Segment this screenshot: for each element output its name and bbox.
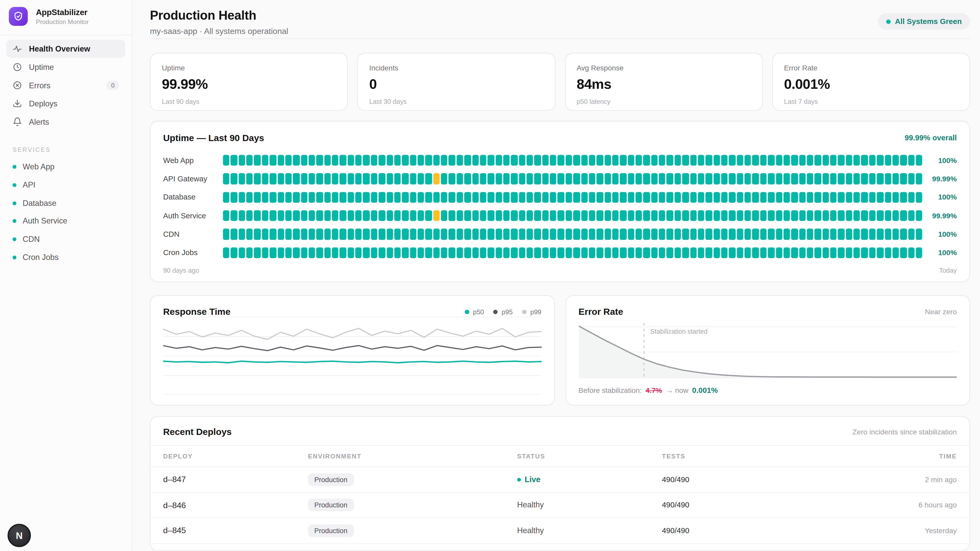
response-time-panel: Response Time p50p95p99 (150, 295, 555, 406)
uptime-day-segment (433, 192, 440, 203)
series-line-p99 (163, 329, 541, 340)
uptime-day-segment (340, 247, 346, 258)
deploy-row-d-845[interactable]: d–845ProductionHealthy490/490Yesterday (151, 518, 969, 544)
uptime-day-segment (659, 192, 666, 203)
uptime-day-segment (916, 247, 922, 258)
uptime-day-segment (815, 247, 821, 258)
sidebar-item-errors[interactable]: Errors0 (6, 76, 125, 95)
uptime-day-segment (651, 247, 658, 258)
uptime-day-segment (495, 192, 502, 203)
uptime-day-segment (706, 155, 712, 166)
uptime-day-segment (830, 210, 837, 221)
uptime-day-segment (682, 247, 689, 258)
sidebar-item-label: Deploys (29, 99, 57, 108)
uptime-day-segment (566, 210, 572, 221)
uptime-day-segment (480, 192, 487, 203)
uptime-day-segment (916, 155, 922, 166)
uptime-day-segment (457, 229, 463, 240)
uptime-day-segment (667, 155, 673, 166)
sidebar-service-web-app[interactable]: Web App (0, 158, 132, 176)
uptime-day-segment (239, 247, 245, 258)
uptime-day-segment (254, 210, 261, 221)
uptime-day-segment (254, 229, 261, 240)
sidebar-service-auth-service[interactable]: Auth Service (0, 212, 132, 230)
service-label: API (23, 181, 35, 189)
response-time-title: Response Time (163, 306, 231, 317)
uptime-day-segment (612, 173, 619, 184)
uptime-day-segment (815, 192, 821, 203)
sidebar-services: Web AppAPIDatabaseAuth ServiceCDNCron Jo… (0, 158, 132, 266)
sidebar-item-deploys[interactable]: Deploys (6, 94, 125, 113)
uptime-day-segment (527, 247, 533, 258)
uptime-day-segment (573, 210, 580, 221)
uptime-day-segment (324, 192, 331, 203)
uptime-day-segment (231, 173, 237, 184)
legend-label: p95 (502, 308, 513, 316)
uptime-day-segment (605, 247, 611, 258)
uptime-day-segment (737, 247, 743, 258)
uptime-day-segment (643, 173, 650, 184)
uptime-day-segment (566, 229, 572, 240)
uptime-day-segment (542, 247, 549, 258)
uptime-day-segment (838, 192, 845, 203)
uptime-day-segment (853, 210, 860, 221)
sidebar-item-health-overview[interactable]: Health Overview (6, 40, 125, 58)
uptime-day-segment (737, 192, 743, 203)
uptime-day-segment (379, 155, 385, 166)
deploy-row-d-846[interactable]: d–846ProductionHealthy490/4906 hours ago (151, 493, 969, 518)
uptime-day-segment (799, 210, 806, 221)
sidebar-item-uptime[interactable]: Uptime (6, 58, 125, 76)
uptime-day-segment (815, 155, 821, 166)
uptime-day-segment (807, 173, 813, 184)
sidebar-service-database[interactable]: Database (0, 194, 132, 212)
uptime-day-segment (410, 247, 417, 258)
uptime-day-segment (239, 229, 245, 240)
user-avatar[interactable]: N (8, 524, 31, 547)
uptime-day-segment (706, 210, 712, 221)
uptime-day-segment (745, 247, 751, 258)
uptime-day-segment (223, 173, 230, 184)
uptime-day-segment (729, 210, 735, 221)
sidebar-item-alerts[interactable]: Alerts (6, 113, 125, 131)
sidebar-service-cdn[interactable]: CDN (0, 230, 132, 248)
uptime-day-segment (838, 229, 845, 240)
uptime-day-segment (908, 192, 915, 203)
uptime-day-segment (254, 192, 261, 203)
stat-label: Avg Response (576, 64, 751, 72)
sidebar-service-api[interactable]: API (0, 176, 132, 194)
uptime-day-segment (379, 210, 385, 221)
page-heading: Production Health my-saas-app · All syst… (150, 8, 288, 36)
uptime-day-segment (527, 173, 533, 184)
uptime-day-segment (503, 247, 510, 258)
uptime-day-segment (853, 247, 860, 258)
uptime-day-segment (721, 155, 728, 166)
deploy-status: Healthy (517, 526, 662, 535)
uptime-day-segment (846, 173, 853, 184)
uptime-day-segment (340, 192, 346, 203)
uptime-day-segment (729, 173, 735, 184)
uptime-day-segment (410, 210, 417, 221)
uptime-day-segment (503, 155, 510, 166)
uptime-day-segment (402, 192, 409, 203)
uptime-day-segment (815, 229, 821, 240)
uptime-day-segment (472, 229, 479, 240)
deploy-row-d-847[interactable]: d–847ProductionLive490/4902 min ago (151, 467, 969, 493)
uptime-day-segment (869, 192, 876, 203)
uptime-day-segment (246, 155, 253, 166)
uptime-day-segment (488, 247, 494, 258)
uptime-day-segment (441, 229, 448, 240)
uptime-day-segment (659, 210, 666, 221)
uptime-day-segment (885, 229, 891, 240)
uptime-day-segment (301, 247, 307, 258)
uptime-day-segment (628, 210, 635, 221)
uptime-day-segment (231, 229, 237, 240)
uptime-day-segment (464, 229, 471, 240)
uptime-row-database: Database100% (163, 188, 957, 206)
uptime-day-segment (698, 247, 704, 258)
uptime-day-segment (885, 210, 891, 221)
uptime-day-segment (869, 229, 876, 240)
uptime-day-segment (394, 247, 401, 258)
deploy-time: Yesterday (819, 527, 957, 535)
sidebar-service-cron-jobs[interactable]: Cron Jobs (0, 248, 132, 266)
uptime-day-segment-incident (433, 173, 440, 184)
